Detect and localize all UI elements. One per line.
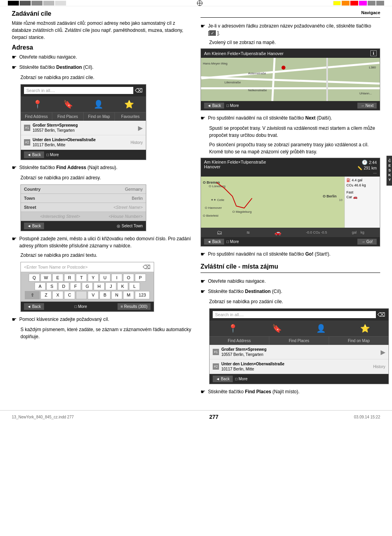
indent-text-3: Zobrazí se nabídka pro zadání textu. <box>20 252 193 259</box>
star-icon-btn[interactable]: ⭐ <box>124 99 134 109</box>
key-o[interactable]: O <box>123 274 134 282</box>
back-btn-route[interactable]: ◄ Back <box>204 239 224 245</box>
kb-more-button[interactable]: □ More <box>75 304 87 309</box>
location-icon-btn-2[interactable]: 📍 <box>228 324 238 333</box>
item-num-2b: #2 <box>213 363 219 370</box>
indent-text-r2: Spustí se propočet trasy. V závislosti n… <box>209 125 380 139</box>
addr-row-town: Town Berlin <box>21 194 146 203</box>
tab-find-on-map[interactable]: Find on Map <box>84 112 115 121</box>
route-icon-1[interactable]: 🗂 <box>217 229 222 236</box>
key-k[interactable]: K <box>117 282 128 290</box>
bookmark-icon-btn-2[interactable]: 🔖 <box>272 324 282 333</box>
section-title-adresa: Adresa <box>12 44 193 51</box>
key-b[interactable]: B <box>99 291 110 299</box>
key-a[interactable]: A <box>35 282 46 290</box>
key-space[interactable] <box>76 291 87 299</box>
key-t[interactable]: T <box>76 274 87 282</box>
key-l[interactable]: L <box>129 282 140 290</box>
more-btn-map1[interactable]: □ More <box>226 103 239 108</box>
key-s[interactable]: S <box>46 282 57 290</box>
bullet-text-r5: Stiskněte tlačítko Destination (Cíl). <box>208 288 380 296</box>
key-e[interactable]: E <box>52 274 63 282</box>
select-town-button[interactable]: ◎ Select Town <box>117 224 143 228</box>
map-info-icon[interactable]: ℹ <box>370 50 377 56</box>
more-button-2[interactable]: □ More <box>235 377 248 381</box>
key-v[interactable]: V <box>88 291 99 299</box>
star-icon-btn-2[interactable]: ⭐ <box>360 324 370 333</box>
bullet-text-r6: Stiskněte tlačítko Find Places (Najít mí… <box>208 388 380 396</box>
bullet-start-nav: ☛ Pro spuštění navádění na cíl stiskněte… <box>201 114 380 122</box>
item-num-2: #2 <box>24 139 30 146</box>
tab-find-places[interactable]: Find Places <box>52 112 84 121</box>
list-item-2b[interactable]: #2 Unter den Linden×Oberwallstraße 10117… <box>210 359 388 374</box>
item-text-1b: Großer Stern×Spreeweg 10557 Berlin, Tier… <box>221 347 378 357</box>
kb-results-button[interactable]: ≡ Results (300) <box>118 303 151 310</box>
key-h[interactable]: H <box>94 282 105 290</box>
list-item-2[interactable]: #2 Unter den Linden×Oberwallstraße 10117… <box>21 135 146 150</box>
key-i[interactable]: I <box>111 274 122 282</box>
next-btn-map1[interactable]: → Next <box>357 103 377 109</box>
list-item-1[interactable]: #1 Großer Stern×Spreeweg 10557 Berlin, T… <box>21 121 146 135</box>
location-icon: 📍 <box>33 99 42 109</box>
key-x[interactable]: X <box>52 291 63 299</box>
key-q[interactable]: Q <box>29 274 40 282</box>
location-icon-2: 📍 <box>228 324 238 333</box>
key-g[interactable]: G <box>82 282 93 290</box>
footer-left: 13_NewYork_840_845_cz.indd 277 <box>12 415 74 419</box>
backspace-icon[interactable]: ⌫ <box>135 87 143 94</box>
back-button-2[interactable]: ◄ Back <box>213 376 233 382</box>
tab-find-address-2[interactable]: Find Address <box>210 337 269 345</box>
bullet-destination-2: ☛ Stiskněte tlačítko Destination (Cíl). <box>201 288 380 296</box>
tab-find-places-2[interactable]: Find Places <box>269 337 329 345</box>
list-item-1b[interactable]: #1 Großer Stern×Spreeweg 10557 Berlin, T… <box>210 345 388 359</box>
key-p[interactable]: P <box>135 274 146 282</box>
key-shift[interactable]: ⇧ <box>25 291 40 299</box>
key-f[interactable]: F <box>70 282 81 290</box>
route-icon-3[interactable]: 🚗 <box>274 229 281 236</box>
key-u[interactable]: U <box>99 274 110 282</box>
key-123[interactable]: 123 <box>135 291 150 299</box>
keyboard-row-2: A S D F G H J K L <box>22 282 152 290</box>
tab-favourites[interactable]: Favourites <box>115 112 146 121</box>
key-m[interactable]: M <box>123 291 134 299</box>
person-icon-btn[interactable]: 👤 <box>94 99 103 109</box>
key-r[interactable]: R <box>64 274 75 282</box>
key-w[interactable]: W <box>40 274 52 282</box>
key-j[interactable]: J <box>105 282 116 290</box>
key-z[interactable]: Z <box>40 291 52 299</box>
addr-back-button[interactable]: ◄ Back <box>24 223 44 229</box>
tab-find-on-map-2[interactable]: Find on Map <box>329 337 388 345</box>
search-bar[interactable]: Search in all.... <box>24 87 133 94</box>
back-button-1[interactable]: ◄ Back <box>24 151 44 158</box>
country-label: Country <box>21 185 52 193</box>
indent-text-r4: Zobrazí se nabídka pro zadání cíle. <box>209 298 380 305</box>
search-bar-2[interactable]: Search in all.... <box>213 311 376 318</box>
back-btn-map1[interactable]: ◄ Back <box>204 103 224 109</box>
go-btn-route[interactable]: → Go! <box>357 239 377 245</box>
more-btn-route[interactable]: □ More <box>226 239 239 244</box>
person-icon-btn-2[interactable]: 👤 <box>316 324 326 333</box>
kb-back-button[interactable]: ◄ Back <box>24 303 44 310</box>
bullet-go: ☛ Pro spuštění navádění na cíl stiskněte… <box>201 251 380 258</box>
map-header-1: Am Kleinen Felde×Tulpenstraße Hanover ℹ <box>201 49 380 58</box>
key-d[interactable]: D <box>58 282 69 290</box>
more-button-1[interactable]: □ More <box>46 153 59 157</box>
bookmark-icon-btn[interactable]: 🔖 <box>63 99 73 109</box>
bullet-text-4: Postupně zadejte zemi, město a ulici či … <box>19 235 193 249</box>
keyboard-backspace-btn[interactable]: ⌫ <box>143 264 151 270</box>
person-icon-2: 👤 <box>316 324 326 333</box>
key-y[interactable]: Y <box>88 274 99 282</box>
bullet-text-1: Otevřete nabídku navigace. <box>19 53 193 61</box>
key-c[interactable]: C <box>64 291 75 299</box>
backspace-icon-2[interactable]: ⌫ <box>377 311 385 318</box>
indent-text-r1: Zvolený cíl se zobrazí na mapě. <box>209 39 380 46</box>
bullet-arrow-1: ☛ <box>12 53 17 61</box>
page-header: Navigace <box>201 10 380 18</box>
nav-menu-screenshot-1: Search in all.... ⌫ 📍 🔖 👤 <box>20 84 146 160</box>
location-icon-btn[interactable]: 📍 <box>33 99 42 109</box>
bullet-text-5: Pomocí klávesnice zadejte požadovaný cíl… <box>19 316 193 324</box>
tab-find-address[interactable]: Find Address <box>21 112 52 121</box>
nav-icon-row: 📍 🔖 👤 ⭐ <box>21 96 146 112</box>
route-icon-2[interactable]: ≈ <box>247 229 250 236</box>
key-n[interactable]: N <box>111 291 122 299</box>
